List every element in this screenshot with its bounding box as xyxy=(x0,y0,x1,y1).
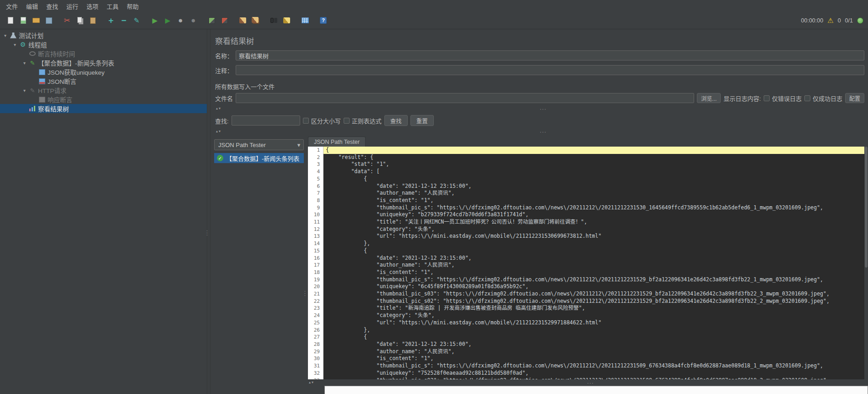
splitter-collapse-arrows-icon[interactable]: ▴▾ xyxy=(216,106,221,110)
menu-item-运行[interactable]: 运行 xyxy=(62,0,82,12)
tree-item[interactable]: 断言持续时间 xyxy=(0,49,207,58)
start-icon[interactable] xyxy=(149,15,161,26)
code-line: 29 "author_name": "人民资讯", xyxy=(308,348,868,356)
code-line: 30 "is_content": "1", xyxy=(308,355,868,362)
code-text: }, xyxy=(323,327,868,334)
code-text: }, xyxy=(323,240,868,247)
new-file-icon[interactable] xyxy=(5,15,16,26)
log-display-label: 显示日志内容: xyxy=(723,94,761,103)
errors-only-checkbox[interactable]: 仅错误日志 xyxy=(764,94,802,103)
remote-start-icon[interactable] xyxy=(206,15,217,26)
stop-icon[interactable] xyxy=(175,15,186,26)
tree-item[interactable]: ▾测试计划 xyxy=(0,31,207,40)
tab-json-path-tester[interactable]: JSON Path Tester xyxy=(308,137,366,147)
tree-item-label: 断言持续时间 xyxy=(38,49,75,58)
code-line: 25 "url": "https:\/\/mini.eastday.com\/m… xyxy=(308,319,868,327)
jsonpath-expression-input[interactable] xyxy=(324,386,868,394)
case-sensitive-checkbox[interactable]: 区分大小写 xyxy=(303,116,341,125)
open-template-icon[interactable] xyxy=(17,15,29,26)
tree-item[interactable]: JSON断言 xyxy=(0,77,207,86)
remote-shutdown-icon[interactable] xyxy=(219,15,230,26)
code-line: 28 "date": "2021-12-12 23:15:00", xyxy=(308,341,868,348)
clear-icon[interactable] xyxy=(237,15,248,26)
browse-button[interactable]: 浏览... xyxy=(697,93,721,103)
toggle-icon[interactable] xyxy=(131,15,142,26)
line-number: 3 xyxy=(308,161,323,168)
filename-row: 文件名 浏览... 显示日志内容: 仅错误日志 仅成功日志 配置 xyxy=(215,93,864,103)
menu-item-查找[interactable]: 查找 xyxy=(42,0,62,12)
menu-item-帮助[interactable]: 帮助 xyxy=(123,0,143,12)
middle-splitter[interactable]: ▴▾ ··· xyxy=(215,129,864,135)
success-only-checkbox[interactable]: 仅成功日志 xyxy=(804,94,842,103)
function-helper-icon[interactable] xyxy=(299,15,311,26)
window-body: ▾测试计划▾线程组断言持续时间▾【聚合数据】-新闻头条列表JSON获取uniqu… xyxy=(0,29,868,394)
renderer-dropdown[interactable]: JSON Path Tester ▾ xyxy=(214,139,304,150)
menu-bar: 文件编辑查找运行选项工具帮助 xyxy=(0,0,868,12)
menu-item-文件[interactable]: 文件 xyxy=(2,0,22,12)
tree-item[interactable]: ▾线程组 xyxy=(0,40,207,49)
code-line: 4 "data": [ xyxy=(308,168,868,175)
tree-item[interactable]: 响应断言 xyxy=(0,95,207,104)
splitter-collapse-arrows-icon[interactable]: ▴▾ xyxy=(216,129,221,133)
clear-all-icon[interactable] xyxy=(250,15,261,26)
config-button[interactable]: 配置 xyxy=(845,93,864,103)
line-number: 26 xyxy=(308,327,323,334)
collapse-arrow-icon[interactable]: ▾ xyxy=(12,42,17,47)
find-button[interactable]: 查找 xyxy=(384,115,408,126)
shutdown-icon[interactable] xyxy=(188,15,199,26)
line-number: 12 xyxy=(308,226,323,233)
menu-item-编辑[interactable]: 编辑 xyxy=(22,0,42,12)
tree-main-splitter[interactable]: ··· xyxy=(207,29,210,394)
line-number: 21 xyxy=(308,290,323,298)
save-icon[interactable] xyxy=(43,15,54,26)
filename-input[interactable] xyxy=(236,93,694,103)
toolbar-group xyxy=(268,15,292,26)
remove-icon[interactable] xyxy=(118,15,129,26)
name-input[interactable] xyxy=(236,50,864,60)
active-threads-count: 0/1 xyxy=(845,17,853,24)
search-input[interactable] xyxy=(232,115,300,126)
upper-splitter[interactable]: ▴▾ ··· xyxy=(215,106,864,112)
menu-item-选项[interactable]: 选项 xyxy=(82,0,102,12)
collapse-arrow-icon[interactable]: ▾ xyxy=(3,33,8,38)
code-line: 2 "result": { xyxy=(308,154,868,161)
collapse-arrow-icon[interactable]: ▾ xyxy=(22,60,27,66)
jmeter-window: 文件编辑查找运行选项工具帮助 00:00:00 ⚠ 0 0/1 ▾测试计划▾线程… xyxy=(0,0,868,394)
search-icon[interactable] xyxy=(268,15,280,26)
splitter-collapse-arrows-icon[interactable]: ▴▾ xyxy=(309,380,314,384)
lower-splitter[interactable]: ▴▾ ··· xyxy=(308,380,866,386)
response-json-editor[interactable]: 1{2 "result": {3 "stat": "1",4 "data": [… xyxy=(308,147,868,379)
tree-item[interactable]: ▾HTTP请求 xyxy=(0,86,207,95)
code-text: "uniquekey": "6c45f89f143008289a01f8d36a… xyxy=(323,283,868,290)
cut-icon[interactable] xyxy=(61,15,73,26)
code-line: 27 { xyxy=(308,334,868,341)
line-number: 14 xyxy=(308,240,323,247)
regex-checkbox[interactable]: 正则表达式 xyxy=(344,116,382,125)
search-reset-icon[interactable] xyxy=(281,15,292,26)
scrollbar-thumb[interactable] xyxy=(865,147,868,268)
result-list-item[interactable]: ✓ 【聚合数据】-新闻头条列表 xyxy=(214,153,304,163)
warning-icon[interactable]: ⚠ xyxy=(827,16,833,25)
help-icon[interactable] xyxy=(318,15,329,26)
write-file-section-label: 所有数据写入一个文件 xyxy=(215,82,864,91)
code-text: "thumbnail_pic_s": "https:\/\/dfzximg02.… xyxy=(323,362,868,370)
tree-item[interactable]: ▾【聚合数据】-新闻头条列表 xyxy=(0,58,207,67)
search-row: 查找: 区分大小写 正则表达式 查找 重置 xyxy=(215,115,864,126)
tree-item[interactable]: JSON获取uniquekey xyxy=(0,67,207,77)
copy-icon[interactable] xyxy=(74,15,86,26)
toolbar-group xyxy=(237,15,261,26)
page-title: 察看结果树 xyxy=(215,35,868,46)
start-no-timers-icon[interactable] xyxy=(162,15,173,26)
reset-button[interactable]: 重置 xyxy=(410,115,434,126)
tree-item[interactable]: 察看结果树 xyxy=(0,104,207,113)
editor-vertical-scrollbar[interactable] xyxy=(864,147,868,379)
comment-input[interactable] xyxy=(236,65,864,75)
code-line: 31 "thumbnail_pic_s": "https:\/\/dfzximg… xyxy=(308,362,868,370)
paste-icon[interactable] xyxy=(87,15,98,26)
open-file-icon[interactable] xyxy=(30,15,42,26)
collapse-arrow-icon[interactable]: ▾ xyxy=(22,88,27,93)
results-editor-splitter[interactable]: ··· xyxy=(304,136,308,394)
menu-item-工具[interactable]: 工具 xyxy=(102,0,123,12)
regex-label: 正则表达式 xyxy=(352,116,382,125)
add-icon[interactable] xyxy=(105,15,117,26)
